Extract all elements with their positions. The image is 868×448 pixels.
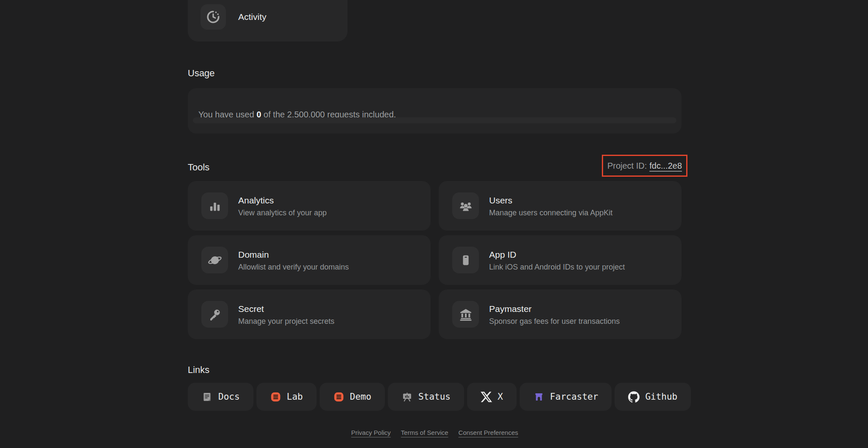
usage-heading: Usage <box>188 68 215 78</box>
tool-card-secret[interactable]: Secret Manage your project secrets <box>188 289 431 339</box>
reown-logo-icon <box>270 391 281 403</box>
link-button-status[interactable]: Status <box>388 383 464 411</box>
link-button-lab[interactable]: Lab <box>256 383 317 411</box>
users-icon <box>452 192 479 219</box>
tool-card-description: Allowlist and verify your domains <box>238 262 349 271</box>
usage-card: You have used 0 of the 2,500,000 request… <box>188 88 682 134</box>
link-button-demo[interactable]: Demo <box>320 383 385 411</box>
bank-icon <box>452 301 479 328</box>
reown-logo-icon <box>333 391 345 403</box>
phone-icon <box>452 247 479 273</box>
farcaster-logo-icon <box>533 391 545 403</box>
tool-card-title: Users <box>489 195 612 205</box>
link-button-x[interactable]: X <box>467 383 517 411</box>
project-id-annotation-box: Project ID: fdc...2e8 <box>602 155 687 177</box>
clock-icon <box>200 4 226 30</box>
tool-card-description: Sponsor gas fees for user transactions <box>489 317 620 325</box>
document-icon <box>201 391 213 403</box>
tool-card-title: App ID <box>489 249 625 259</box>
link-button-label: Docs <box>218 392 240 402</box>
footer-link-consent-preferences[interactable]: Consent Preferences <box>459 429 518 436</box>
x-logo-icon <box>481 391 492 403</box>
tool-card-description: Link iOS and Android IDs to your project <box>489 262 625 271</box>
link-button-label: X <box>498 392 503 402</box>
tool-card-title: Analytics <box>238 195 327 205</box>
links-heading: Links <box>188 365 209 375</box>
link-button-label: Demo <box>350 392 372 402</box>
link-button-docs[interactable]: Docs <box>188 383 253 411</box>
tools-heading: Tools <box>188 162 209 173</box>
footer-links: Privacy PolicyTerms of ServiceConsent Pr… <box>188 429 682 436</box>
tool-card-domain[interactable]: Domain Allowlist and verify your domains <box>188 235 431 285</box>
key-icon <box>201 301 228 328</box>
tool-card-users[interactable]: Users Manage users connecting via AppKit <box>439 181 682 231</box>
tool-card-title: Domain <box>238 249 349 259</box>
planet-icon <box>201 247 228 273</box>
tool-card-description: View analytics of your app <box>238 208 327 217</box>
link-button-label: Status <box>418 392 451 402</box>
github-logo-icon <box>628 391 640 403</box>
link-button-label: Lab <box>287 392 303 402</box>
link-button-label: Farcaster <box>550 392 598 402</box>
tool-card-description: Manage your project secrets <box>238 317 334 325</box>
bar-chart-icon <box>201 192 228 219</box>
tool-card-paymaster[interactable]: Paymaster Sponsor gas fees for user tran… <box>439 289 682 339</box>
tool-card-app-id[interactable]: App ID Link iOS and Android IDs to your … <box>439 235 682 285</box>
footer-link-privacy-policy[interactable]: Privacy Policy <box>351 429 391 436</box>
project-id-label: Project ID: <box>607 161 647 171</box>
tool-card-analytics[interactable]: Analytics View analytics of your app <box>188 181 431 231</box>
usage-progress-bar <box>193 117 676 123</box>
link-button-farcaster[interactable]: Farcaster <box>520 383 612 411</box>
tool-card-description: Manage users connecting via AppKit <box>489 208 612 217</box>
links-row: Docs Lab Demo Status X Farcaster Github <box>188 383 691 411</box>
tool-card-title: Secret <box>238 303 334 314</box>
main-content: Activity Usage You have used 0 of the 2,… <box>188 0 682 448</box>
project-id-value[interactable]: fdc...2e8 <box>649 161 682 171</box>
tools-grid: Analytics View analytics of your app Use… <box>188 181 682 339</box>
link-button-github[interactable]: Github <box>615 383 691 411</box>
footer-link-terms-of-service[interactable]: Terms of Service <box>401 429 448 436</box>
activity-card[interactable]: Activity <box>188 0 348 42</box>
link-button-label: Github <box>645 392 677 402</box>
presentation-icon <box>401 391 413 403</box>
tool-card-title: Paymaster <box>489 303 620 314</box>
activity-card-label: Activity <box>238 11 267 23</box>
